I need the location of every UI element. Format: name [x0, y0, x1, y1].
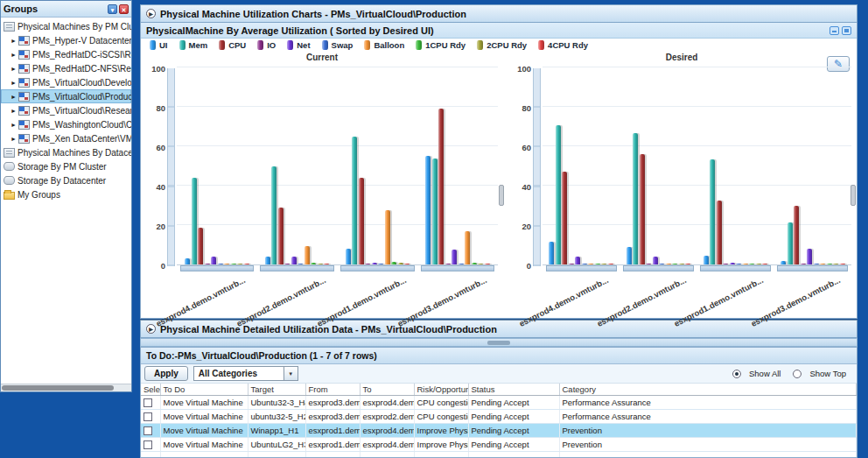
- bar-4cpu-rdy[interactable]: [685, 264, 690, 264]
- bar-io[interactable]: [205, 264, 210, 264]
- bar-swap[interactable]: [814, 264, 819, 264]
- bar-io[interactable]: [284, 264, 290, 264]
- bar-balloon[interactable]: [465, 231, 470, 264]
- sidebar-item-my-groups[interactable]: My Groups: [1, 187, 131, 201]
- expand-arrow-icon[interactable]: ►: [10, 108, 18, 114]
- bar-ui[interactable]: [425, 156, 430, 264]
- bar-balloon[interactable]: [385, 210, 390, 264]
- bar-ui[interactable]: [780, 261, 786, 265]
- bar-swap[interactable]: [298, 264, 303, 264]
- row-checkbox[interactable]: [144, 398, 152, 407]
- expand-arrow-icon[interactable]: ►: [10, 38, 18, 44]
- bar-balloon[interactable]: [743, 264, 748, 264]
- charts-section-header[interactable]: ▶ Physical Machine Utilization Charts - …: [140, 4, 858, 23]
- sidebar-item-pms-washingtoncloud-cloudprod[interactable]: ►PMs_WashingtonCloud\CloudProd: [1, 117, 131, 131]
- bar-mem[interactable]: [352, 137, 357, 264]
- bar-2cpu-rdy[interactable]: [318, 264, 323, 264]
- bar-1cpu-rdy[interactable]: [391, 262, 396, 264]
- table-row[interactable]: Move Virtual MachineUbuntuLG2_H3esxprod1…: [141, 437, 857, 451]
- expand-arrow-icon[interactable]: ►: [10, 122, 18, 128]
- bar-4cpu-rdy[interactable]: [244, 264, 249, 264]
- bar-net[interactable]: [372, 263, 377, 264]
- bar-cpu[interactable]: [278, 208, 284, 264]
- expand-arrow-icon[interactable]: ►: [10, 136, 18, 142]
- bar-1cpu-rdy[interactable]: [827, 264, 832, 264]
- bar-ui[interactable]: [185, 258, 190, 264]
- bar-net[interactable]: [211, 257, 216, 264]
- expand-arrow-icon[interactable]: ►: [10, 52, 18, 58]
- bar-1cpu-rdy[interactable]: [311, 263, 316, 264]
- bar-balloon[interactable]: [820, 264, 825, 264]
- bar-io[interactable]: [723, 264, 728, 264]
- bar-net[interactable]: [452, 250, 457, 264]
- chart-panel-grip[interactable]: [850, 185, 856, 206]
- sidebar-item-pms-xen-datacenter-vmturbopro[interactable]: ►PMs_Xen DataCenter\VMTurboPro: [1, 131, 131, 145]
- expand-icon[interactable]: ▶: [146, 9, 156, 18]
- bar-4cpu-rdy[interactable]: [485, 264, 490, 264]
- bar-io[interactable]: [445, 264, 451, 264]
- chevron-down-icon[interactable]: ▼: [284, 367, 298, 380]
- maximize-icon[interactable]: [842, 26, 851, 35]
- bar-balloon[interactable]: [224, 264, 229, 264]
- sidebar-item-pms-virtualcloud-research[interactable]: ►PMs_VirtualCloud\Research: [1, 103, 131, 117]
- sidebar-item-pms-virtualcloud-development[interactable]: ►PMs_VirtualCloud\Development: [1, 75, 131, 89]
- bar-cpu[interactable]: [198, 228, 203, 264]
- bar-4cpu-rdy[interactable]: [762, 264, 767, 264]
- bar-cpu[interactable]: [640, 154, 645, 264]
- bar-2cpu-rdy[interactable]: [237, 264, 242, 264]
- expand-arrow-icon[interactable]: ►: [10, 94, 18, 100]
- bar-2cpu-rdy[interactable]: [679, 264, 684, 264]
- bar-io[interactable]: [365, 264, 370, 264]
- row-checkbox[interactable]: [144, 440, 152, 449]
- bar-net[interactable]: [575, 257, 580, 264]
- bar-io[interactable]: [569, 264, 574, 264]
- sidebar-item-pms-hyper-v-datacenter-hv-cluste[interactable]: ►PMs_Hyper-V Datacenter\hv-cluste: [1, 33, 131, 47]
- bar-ui[interactable]: [626, 247, 632, 264]
- sidebar-horizontal-scrollbar[interactable]: [1, 384, 131, 391]
- bar-swap[interactable]: [582, 264, 587, 264]
- bar-2cpu-rdy[interactable]: [833, 264, 838, 264]
- column-header-to[interactable]: To: [360, 384, 414, 395]
- bar-1cpu-rdy[interactable]: [595, 264, 600, 264]
- close-icon[interactable]: ✕: [119, 4, 129, 14]
- sidebar-item-pms-virtualcloud-production[interactable]: ►PMs_VirtualCloud\Production: [1, 89, 131, 103]
- bar-2cpu-rdy[interactable]: [756, 264, 761, 264]
- bar-cpu[interactable]: [359, 178, 364, 264]
- splitter-grip[interactable]: [487, 341, 510, 345]
- sidebar-item-physical-machines-by-datacenter[interactable]: Physical Machines By Datacenter: [1, 145, 131, 159]
- bar-1cpu-rdy[interactable]: [231, 264, 236, 264]
- column-header-category[interactable]: Category: [559, 384, 857, 395]
- bar-ui[interactable]: [265, 257, 270, 264]
- table-row[interactable]: Move Virtual MachineWinapp1_H1esxprod1.d…: [141, 423, 857, 437]
- bar-ui[interactable]: [704, 256, 709, 264]
- bar-1cpu-rdy[interactable]: [749, 264, 754, 264]
- bar-mem[interactable]: [271, 166, 276, 265]
- bar-2cpu-rdy[interactable]: [601, 264, 606, 264]
- column-header-target[interactable]: Target: [248, 384, 305, 395]
- bar-cpu[interactable]: [794, 206, 799, 265]
- bar-cpu[interactable]: [438, 109, 444, 264]
- apply-button[interactable]: Apply: [144, 366, 188, 381]
- bar-balloon[interactable]: [666, 264, 671, 264]
- bar-net[interactable]: [730, 263, 735, 264]
- column-header-risk-opportunity[interactable]: Risk/Opportunity: [414, 384, 468, 395]
- bar-mem[interactable]: [710, 159, 715, 264]
- bar-mem[interactable]: [556, 125, 561, 264]
- bar-mem[interactable]: [633, 133, 638, 264]
- bar-net[interactable]: [807, 249, 812, 264]
- bar-mem[interactable]: [192, 178, 197, 264]
- bar-swap[interactable]: [218, 264, 223, 264]
- bar-4cpu-rdy[interactable]: [608, 264, 613, 264]
- sidebar-item-storage-by-pm-cluster[interactable]: Storage By PM Cluster: [1, 159, 131, 173]
- table-row[interactable]: Move Virtual Machineubuntu32-5_H2esxprod…: [141, 409, 857, 423]
- bar-1cpu-rdy[interactable]: [472, 263, 477, 264]
- bar-ui[interactable]: [549, 242, 554, 264]
- bar-1cpu-rdy[interactable]: [672, 264, 677, 264]
- bar-swap[interactable]: [659, 264, 664, 264]
- sidebar-item-pms-redhatdc-iscsi-redhatclus[interactable]: ►PMs_RedHatDC-iSCSI\RedhatClus: [1, 47, 131, 61]
- minimize-icon[interactable]: [830, 26, 839, 35]
- bar-swap[interactable]: [378, 264, 383, 264]
- sidebar-item-storage-by-datacenter[interactable]: Storage By Datacenter: [1, 173, 131, 187]
- sidebar-item-physical-machines-by-pm-cluster[interactable]: Physical Machines By PM Cluster: [1, 19, 131, 33]
- chart-divider-grip[interactable]: [499, 185, 504, 206]
